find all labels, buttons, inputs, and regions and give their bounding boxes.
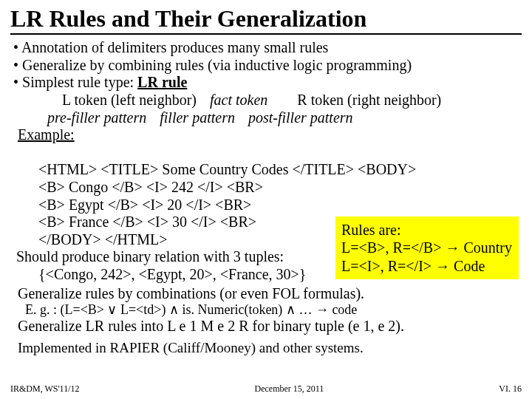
filler: filler pattern [160, 109, 235, 126]
footer-left: IR&DM, WS'11/12 [10, 383, 80, 395]
pre-filler: pre-filler pattern [47, 109, 146, 126]
arrow-symbol: → [316, 302, 329, 317]
slide-title: LR Rules and Their Generalization [10, 6, 522, 32]
footer: IR&DM, WS'11/12 December 15, 2011 VI. 16 [0, 383, 532, 395]
rule-1: L=<B>, R=</B> → Country [341, 239, 513, 256]
body: • Annotation of delimiters produces many… [10, 39, 522, 356]
slide: LR Rules and Their Generalization • Anno… [0, 0, 532, 399]
code-l1: <HTML> <TITLE> Some Country Codes </TITL… [38, 161, 416, 177]
title-underline [10, 33, 522, 35]
code-l4: <B> France </B> <I> 30 </I> <BR> [38, 214, 256, 230]
bullet-3-term: LR rule [137, 74, 187, 90]
eg-mid3: … [296, 302, 316, 317]
code-l5: </BODY> </HTML> [38, 231, 168, 248]
rule-2-post: Code [450, 258, 485, 274]
bullet-3-pre: • Simplest rule type: [13, 74, 137, 90]
r-token: R token (right neighbor) [297, 92, 441, 108]
eg-mid1: L=<td>) [117, 302, 168, 317]
eg-post: code [329, 302, 357, 317]
code-l3: <B> Egypt </B> <I> 20 </I> <BR> [38, 197, 251, 213]
schema-line-1: L token (left neighbor)fact tokenR token… [62, 92, 522, 109]
l-token: L token (left neighbor) [62, 92, 197, 108]
rule-1-pre: L=<B>, R=</B> [341, 239, 445, 256]
footer-center: December 15, 2011 [254, 383, 324, 395]
rules-box: Rules are: L=<B>, R=</B> → Country L=<I>… [335, 216, 519, 279]
arrow-icon: → [445, 239, 460, 256]
or-symbol: ∨ [107, 302, 117, 317]
rule-1-post: Country [460, 239, 512, 256]
post-filler: post-filler pattern [248, 109, 353, 126]
rule-2-pre: L=<I>, R=</I> [341, 258, 435, 274]
eg-line: E. g. : (L=<B> ∨ L=<td>) ∧ is. Numeric(t… [25, 302, 522, 318]
eg-mid2: is. Numeric(token) [179, 302, 286, 317]
and-symbol-1: ∧ [169, 302, 179, 317]
generalize-2: Generalize LR rules into L e 1 M e 2 R f… [18, 318, 522, 335]
and-symbol-2: ∧ [286, 302, 296, 317]
code-l2: <B> Congo </B> <I> 242 </I> <BR> [38, 179, 263, 195]
bullet-3: • Simplest rule type: LR rule [13, 74, 522, 92]
schema-line-2: pre-filler patternfiller patternpost-fil… [47, 109, 522, 127]
rule-2: L=<I>, R=</I> → Code [341, 257, 513, 275]
example-label-text: Example: [18, 126, 75, 143]
generalize-1: Generalize rules by combinations (or eve… [18, 285, 522, 303]
footer-right: VI. 16 [499, 383, 522, 395]
rules-head: Rules are: [341, 221, 513, 239]
bullet-list: • Annotation of delimiters produces many… [13, 39, 522, 92]
bullet-1: • Annotation of delimiters produces many… [13, 39, 522, 57]
bullet-2: • Generalize by combining rules (via ind… [13, 57, 522, 75]
implemented-line: Implemented in RAPIER (Califf/Mooney) an… [18, 340, 522, 356]
arrow-icon: → [435, 258, 450, 274]
example-label: Example: [18, 126, 522, 144]
fact-token: fact token [210, 92, 267, 108]
eg-pre: E. g. : (L=<B> [25, 302, 107, 317]
